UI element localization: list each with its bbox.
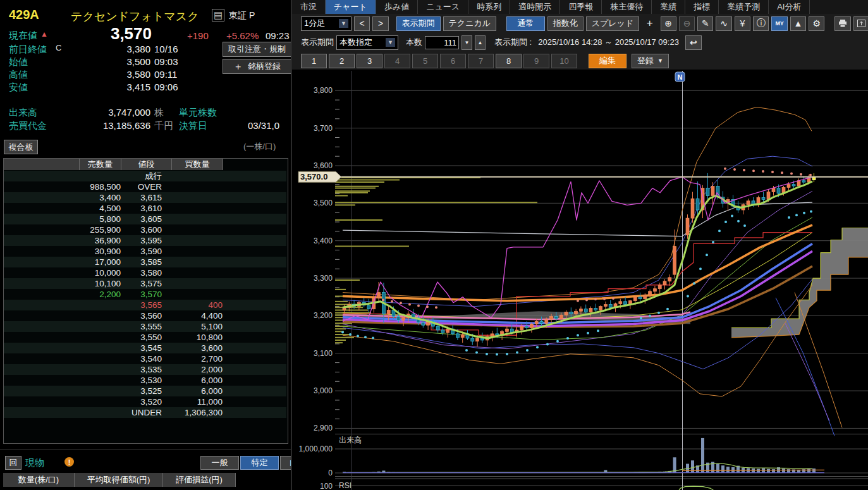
next-button[interactable]: > — [372, 16, 388, 31]
register-pattern-button[interactable]: 登録 ▼ — [632, 54, 669, 68]
crosshair-icon[interactable]: + — [642, 16, 657, 31]
info-icon[interactable]: ⓘ — [753, 16, 769, 31]
board-row-3,610[interactable]: 4,5003,610 — [4, 203, 286, 214]
pattern-button-3[interactable]: 3 — [357, 54, 382, 68]
pattern-button-4[interactable]: 4 — [384, 54, 410, 68]
up-triangle-icon: ▲ — [40, 30, 48, 39]
tab-10[interactable]: 業績予測 — [719, 0, 769, 14]
board-row-3,555[interactable]: 3,5555,100 — [4, 321, 286, 332]
pattern-toolbar: 12345678910 編集 登録 ▼ — [292, 52, 868, 70]
popout-icon[interactable]: 回 — [5, 456, 21, 470]
board-cell — [166, 214, 223, 224]
export-window-icon[interactable] — [853, 16, 868, 31]
chart-area[interactable]: 2,9003,0003,1003,2003,3003,4003,5003,600… — [292, 70, 868, 490]
tab-7[interactable]: 株主優待 — [602, 0, 652, 14]
reset-period-icon[interactable]: ↩ — [685, 35, 702, 50]
draw-icon[interactable]: ✎ — [697, 16, 713, 31]
tab-11[interactable]: AI分析 — [769, 0, 810, 14]
count-up-icon[interactable]: ▲ — [475, 35, 486, 50]
zoom-in-icon[interactable]: ⊕ — [661, 16, 676, 31]
tab-0[interactable]: 市況 — [292, 0, 326, 14]
pattern-button-2[interactable]: 2 — [329, 54, 355, 68]
board-row-3,590[interactable]: 30,9003,590 — [4, 246, 286, 257]
register-symbol-button[interactable]: ＋ 銘柄登録 — [223, 59, 291, 74]
pattern-button-7[interactable]: 7 — [468, 54, 494, 68]
technical-button[interactable]: テクニカル — [443, 16, 497, 31]
bar-count-input[interactable] — [425, 36, 459, 49]
board-row-3,565[interactable]: 3,565400 — [4, 300, 286, 310]
tab-1[interactable]: チャート — [326, 0, 376, 14]
my-chart-icon[interactable]: MY — [771, 16, 787, 31]
period-mode-dropdown[interactable]: 本数指定 ▼ — [336, 35, 398, 50]
board-row-3,535[interactable]: 3,5352,000 — [4, 364, 286, 375]
pattern-button-1[interactable]: 1 — [301, 54, 327, 68]
tab-9[interactable]: 指標 — [685, 0, 719, 14]
svg-text:出来高: 出来高 — [339, 436, 362, 444]
normal-mode-button[interactable]: 通常 — [506, 16, 545, 31]
board-row-3,550[interactable]: 3,55010,800 — [4, 332, 286, 343]
yen-icon[interactable]: ¥ — [735, 16, 750, 31]
edit-button[interactable]: 編集 — [589, 54, 627, 68]
board-row-3,600[interactable]: 255,9003,600 — [4, 224, 286, 235]
board-row-3,545[interactable]: 3,5453,600 — [4, 343, 286, 353]
tab-3[interactable]: ニュース — [418, 0, 468, 14]
board-row-3,605[interactable]: 5,8003,605 — [4, 214, 286, 224]
trade-caution-button[interactable]: 取引注意・規制 — [223, 42, 291, 57]
board-row-3,575[interactable]: 10,1003,575 — [4, 278, 286, 289]
board-row-3,520[interactable]: 3,52011,000 — [4, 396, 286, 407]
account-button-NISA[interactable]: NISA — [280, 456, 291, 470]
board-row-3,585[interactable]: 17,0003,585 — [4, 257, 286, 267]
prev-close-date: 10/16 — [154, 44, 178, 54]
board-row-3,525[interactable]: 3,5256,000 — [4, 386, 286, 396]
tab-2[interactable]: 歩み値 — [376, 0, 418, 14]
trendline-icon[interactable]: ∿ — [716, 16, 731, 31]
low-time: 09:06 — [154, 82, 178, 92]
count-down-icon[interactable]: ▼ — [462, 35, 472, 50]
spread-mode-button[interactable]: スプレッド — [586, 16, 640, 31]
board-cell: 3,540 — [124, 353, 162, 364]
board-row-3,580[interactable]: 10,0003,580 — [4, 267, 286, 278]
zoom-out-icon[interactable]: ⊖ — [679, 16, 695, 31]
pattern-button-6[interactable]: 6 — [440, 54, 466, 68]
display-period-button[interactable]: 表示期間 — [396, 16, 441, 31]
pattern-button-5[interactable]: 5 — [412, 54, 438, 68]
area-chart-icon[interactable]: ▲ — [790, 16, 806, 31]
period-label: 表示期間 — [301, 37, 334, 48]
board-row-3,560[interactable]: 3,5604,400 — [4, 310, 286, 321]
account-button-一般[interactable]: 一般 — [200, 456, 239, 470]
board-row-3,570[interactable]: 2,2003,570 — [4, 289, 286, 300]
tab-8[interactable]: 業績 — [652, 0, 685, 14]
open-value: 3,500 — [89, 56, 150, 67]
printer-icon[interactable] — [834, 16, 850, 31]
board-row-成行[interactable]: 成行 — [4, 171, 286, 181]
settings-wrench-icon[interactable]: ⚙ — [809, 16, 824, 31]
unit-shares-label: 単元株数 — [179, 107, 217, 119]
timeframe-dropdown[interactable]: 1分足 ▼ — [301, 16, 351, 31]
tab-5[interactable]: 適時開示 — [510, 0, 560, 14]
board-row-3,540[interactable]: 3,5402,700 — [4, 353, 286, 364]
prev-button[interactable]: < — [354, 16, 370, 31]
board-cell: 3,530 — [124, 375, 162, 386]
stock-name: テクセンドフォトマスク — [71, 9, 199, 24]
board-cell: 5,100 — [166, 321, 223, 332]
board-row-3,595[interactable]: 36,9003,595 — [4, 235, 286, 246]
volume-label: 出来高 — [9, 107, 37, 119]
board-row-OVER[interactable]: 988,500OVER — [4, 181, 286, 192]
tab-6[interactable]: 四季報 — [560, 0, 602, 14]
tab-4[interactable]: 時系列 — [468, 0, 510, 14]
board-cell — [16, 364, 121, 375]
pattern-button-9[interactable]: 9 — [523, 54, 549, 68]
board-cell — [16, 310, 121, 321]
board-row-3,615[interactable]: 3,4003,615 — [4, 192, 286, 203]
price-chart[interactable]: 2,9003,0003,1003,2003,3003,4003,5003,600… — [292, 70, 868, 490]
indexed-mode-button[interactable]: 指数化 — [547, 16, 584, 31]
board-mode-button[interactable]: 複合板 — [4, 140, 38, 154]
high-time: 09:11 — [154, 69, 177, 80]
pattern-button-10[interactable]: 10 — [551, 54, 577, 68]
account-button-特定[interactable]: 特定 — [240, 456, 279, 470]
board-cell: 255,900 — [16, 224, 121, 235]
pattern-button-8[interactable]: 8 — [496, 54, 522, 68]
board-row-3,530[interactable]: 3,5306,000 — [4, 375, 286, 386]
board-cell: 3,545 — [124, 343, 162, 353]
board-row-UNDER[interactable]: UNDER1,306,300 — [4, 407, 286, 418]
